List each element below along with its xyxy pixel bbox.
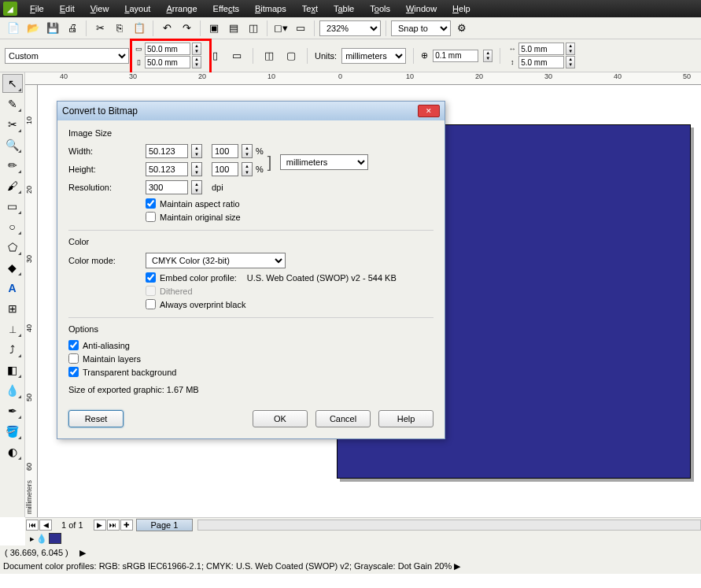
redo-button[interactable]: ↷ [178, 20, 195, 37]
maintain-layers-checkbox[interactable] [68, 353, 79, 364]
zoom-select[interactable]: 232% [319, 20, 381, 36]
eyedropper-tool[interactable]: 💧 [2, 381, 23, 400]
width-percent-input[interactable] [212, 144, 238, 158]
prev-page-button[interactable]: ◀ [39, 520, 52, 531]
horizontal-ruler[interactable]: 40 30 20 10 0 10 20 30 40 50 [25, 72, 701, 85]
open-button[interactable]: 📂 [24, 20, 42, 37]
export-button[interactable]: ▤ [225, 20, 242, 37]
dup-y-input[interactable] [518, 56, 564, 68]
fill-tool[interactable]: 🪣 [2, 422, 23, 441]
options-button[interactable]: ⚙ [453, 20, 470, 37]
menu-arrange[interactable]: Arrange [158, 0, 205, 17]
landscape-button[interactable]: ▭ [228, 47, 245, 65]
resolution-spinner[interactable]: ▲▼ [191, 180, 202, 194]
publish-button[interactable]: ◫ [245, 20, 262, 37]
all-pages-button[interactable]: ◫ [260, 47, 278, 65]
overprint-checkbox[interactable] [146, 299, 156, 309]
spinner[interactable]: ▲▼ [483, 50, 493, 62]
width-percent-spinner[interactable]: ▲▼ [242, 144, 253, 158]
add-page-button[interactable]: ✚ [120, 520, 133, 531]
menu-view[interactable]: View [83, 0, 117, 17]
paste-button[interactable]: 📋 [131, 20, 148, 37]
dialog-titlebar[interactable]: Convert to Bitmap ✕ [57, 102, 445, 120]
vertical-ruler[interactable]: 10 20 30 40 50 60 [25, 85, 38, 517]
height-spinner[interactable]: ▲▼ [191, 162, 202, 176]
print-button[interactable]: 🖨 [64, 20, 81, 37]
width-input[interactable] [146, 144, 188, 158]
units-select[interactable]: millimeters [280, 154, 368, 170]
freehand-tool[interactable]: ✏ [2, 156, 23, 175]
interactive-fill-tool[interactable]: ◐ [2, 442, 23, 461]
colormode-select[interactable]: CMYK Color (32-bit) [146, 253, 286, 268]
resolution-input[interactable] [146, 180, 188, 194]
ok-button[interactable]: OK [253, 410, 308, 427]
page-tab[interactable]: Page 1 [136, 519, 194, 531]
horizontal-scrollbar[interactable] [197, 520, 701, 531]
dup-x-input[interactable] [518, 43, 564, 55]
menu-effects[interactable]: Effects [205, 0, 247, 17]
connector-tool[interactable]: ⤴ [2, 340, 23, 359]
spinner[interactable]: ▲▼ [566, 43, 575, 55]
height-input[interactable] [146, 162, 188, 176]
nudge-input[interactable] [433, 50, 478, 62]
interactive-tool[interactable]: ◧ [2, 361, 23, 379]
dimension-tool[interactable]: ⟂ [2, 320, 23, 338]
reset-button[interactable]: Reset [68, 410, 124, 427]
portrait-button[interactable]: ▯ [206, 47, 223, 65]
import-button[interactable]: ▣ [205, 20, 223, 37]
paper-size-select[interactable]: Custom [5, 48, 129, 64]
next-info-icon[interactable]: ▶ [79, 548, 86, 558]
pick-tool[interactable]: ↖ [2, 74, 23, 93]
transparent-bg-checkbox[interactable] [68, 367, 79, 377]
last-page-button[interactable]: ⏭ [107, 520, 120, 531]
next-page-button[interactable]: ▶ [94, 520, 106, 531]
anti-aliasing-checkbox[interactable] [68, 340, 79, 350]
eyedropper-icon[interactable]: 💧 [36, 534, 47, 544]
cancel-button[interactable]: Cancel [315, 410, 371, 427]
copy-button[interactable]: ⎘ [111, 20, 128, 37]
app-launcher-button[interactable]: ◻▾ [272, 20, 290, 37]
width-spinner[interactable]: ▲▼ [191, 144, 202, 158]
menu-tools[interactable]: Tools [362, 0, 398, 17]
spinner[interactable]: ▲▼ [192, 43, 201, 55]
close-button[interactable]: ✕ [418, 105, 440, 117]
menu-layout[interactable]: Layout [116, 0, 158, 17]
height-percent-input[interactable] [212, 162, 238, 176]
ellipse-tool[interactable]: ○ [2, 217, 23, 236]
spinner[interactable]: ▲▼ [192, 56, 201, 68]
embed-profile-checkbox[interactable] [146, 272, 156, 283]
menu-bitmaps[interactable]: Bitmaps [247, 0, 294, 17]
cut-button[interactable]: ✂ [91, 20, 109, 37]
maintain-aspect-checkbox[interactable] [146, 198, 156, 209]
new-button[interactable]: 📄 [5, 20, 22, 37]
page-width-input[interactable] [145, 43, 190, 55]
polygon-tool[interactable]: ⬠ [2, 238, 23, 257]
maintain-original-checkbox[interactable] [146, 212, 156, 222]
basic-shapes-tool[interactable]: ◆ [2, 258, 23, 277]
save-button[interactable]: 💾 [44, 20, 61, 37]
next-info-icon[interactable]: ▶ [454, 561, 460, 571]
menu-text[interactable]: Text [294, 0, 326, 17]
help-button[interactable]: Help [378, 410, 434, 427]
smart-fill-tool[interactable]: 🖌 [2, 176, 23, 195]
fill-swatch[interactable] [49, 533, 61, 544]
spinner[interactable]: ▲▼ [566, 56, 575, 68]
rectangle-tool[interactable]: ▭ [2, 197, 23, 216]
zoom-tool[interactable]: 🔍 [2, 135, 23, 154]
table-tool[interactable]: ⊞ [2, 299, 23, 318]
play-icon[interactable]: ▸ [30, 534, 35, 544]
height-percent-spinner[interactable]: ▲▼ [242, 162, 253, 176]
outline-tool[interactable]: ✒ [2, 401, 23, 420]
welcome-button[interactable]: ▭ [292, 20, 309, 37]
menu-help[interactable]: Help [445, 0, 478, 17]
text-tool[interactable]: A [2, 279, 23, 298]
current-page-button[interactable]: ▢ [282, 47, 300, 65]
units-select[interactable]: millimeters [341, 48, 406, 64]
first-page-button[interactable]: ⏮ [26, 520, 39, 531]
undo-button[interactable]: ↶ [158, 20, 175, 37]
menu-window[interactable]: Window [398, 0, 445, 17]
crop-tool[interactable]: ✂ [2, 115, 23, 134]
snap-select[interactable]: Snap to [391, 20, 451, 36]
page-height-input[interactable] [145, 56, 190, 68]
menu-file[interactable]: File [22, 0, 52, 17]
